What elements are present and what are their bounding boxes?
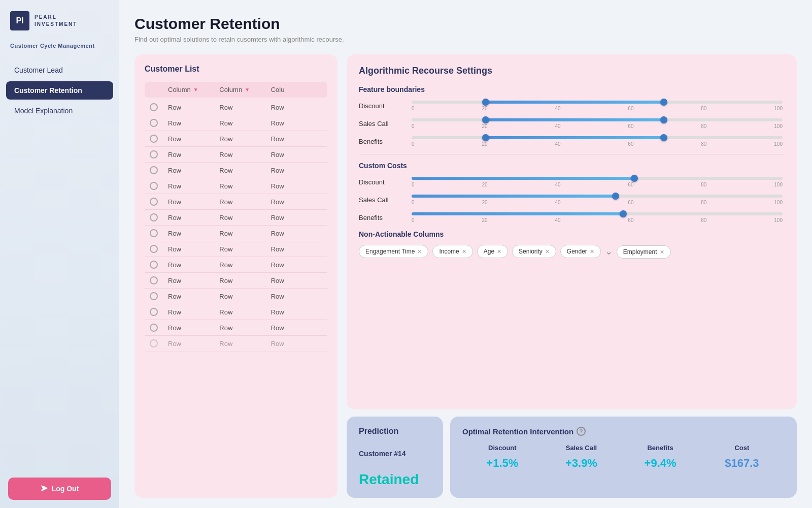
panels: Customer List Column ▼ Column ▼ Colu Row…: [134, 54, 797, 498]
table-row[interactable]: RowRowRow: [145, 131, 327, 147]
col-header-2[interactable]: Column ▼: [219, 86, 270, 93]
discount-boundary-label: Discount: [359, 102, 404, 110]
radio-button[interactable]: [150, 150, 158, 158]
radio-button[interactable]: [150, 198, 158, 206]
customer-list-panel: Customer List Column ▼ Column ▼ Colu Row…: [134, 54, 337, 498]
prediction-status: Retained: [359, 471, 431, 488]
page-subtitle: Find out optimal solutions to retain cus…: [134, 36, 797, 43]
radio-button[interactable]: [150, 292, 158, 300]
benefits-cost-slider-row: Benefits 020406080100: [359, 212, 785, 223]
salescall-boundary-slider[interactable]: 020406080100: [410, 118, 785, 129]
benefits-cost-label: Benefits: [359, 214, 404, 221]
intervention-val-discount: +1.5%: [463, 457, 542, 470]
col-header-1[interactable]: Column ▼: [168, 86, 219, 93]
info-icon[interactable]: ?: [577, 427, 586, 436]
intervention-card: Optimal Retention Intervention ? Discoun…: [450, 417, 797, 498]
table-header: Column ▼ Column ▼ Colu: [145, 82, 327, 98]
tags-container: Engagement Time ✕ Income ✕ Age ✕ Senio: [359, 244, 785, 259]
prediction-customer: Customer #14: [359, 450, 431, 458]
tag-seniority[interactable]: Seniority ✕: [512, 245, 556, 258]
radio-button[interactable]: [150, 119, 158, 127]
table-row[interactable]: RowRowRow: [145, 194, 327, 210]
remove-tag-seniority[interactable]: ✕: [545, 248, 550, 255]
intervention-col-cost: Cost: [700, 444, 784, 456]
salescall-cost-slider[interactable]: 020406080100: [410, 195, 785, 205]
logout-button[interactable]: ⮞ Log Out: [8, 478, 111, 500]
filter-icon-2[interactable]: ▼: [245, 87, 250, 92]
intervention-val-cost: $167.3: [700, 457, 784, 470]
radio-button[interactable]: [150, 182, 158, 190]
salescall-boundary-slider-row: Sales Call 020406080100: [359, 118, 785, 129]
table-row[interactable]: RowRowRow: [145, 226, 327, 241]
table-row[interactable]: RowRowRow: [145, 115, 327, 131]
page-title: Customer Retention: [134, 15, 797, 33]
prediction-row: Prediction Customer #14 Retained Optimal…: [347, 417, 797, 498]
table-row[interactable]: RowRowRow: [145, 100, 327, 115]
radio-button[interactable]: [150, 339, 158, 347]
sidebar-item-model-explanation[interactable]: Model Explanation: [6, 102, 113, 120]
radio-button[interactable]: [150, 245, 158, 253]
logo-text: PEARL INVESTMENT: [35, 14, 77, 28]
salescall-cost-slider-row: Sales Call 020406080100: [359, 195, 785, 205]
benefits-boundary-slider-row: Benefits 020406080100: [359, 136, 785, 147]
right-panel: Algorithmic Recourse Settings Feature bo…: [347, 54, 797, 498]
feature-boundaries-label: Feature boundaries: [359, 85, 785, 93]
sidebar-item-customer-lead[interactable]: Customer Lead: [6, 61, 113, 79]
benefits-boundary-label: Benefits: [359, 138, 404, 145]
remove-tag-engagement-time[interactable]: ✕: [417, 248, 422, 255]
radio-button[interactable]: [150, 166, 158, 174]
logout-icon: ⮞: [41, 485, 48, 493]
radio-button[interactable]: [150, 261, 158, 269]
sidebar-nav: Customer Lead Customer Retention Model E…: [0, 56, 119, 125]
tags-more-button[interactable]: ⌄: [605, 246, 613, 257]
radio-button[interactable]: [150, 276, 158, 284]
sidebar: PI PEARL INVESTMENT Customer Cycle Manag…: [0, 0, 119, 508]
discount-cost-slider[interactable]: 020406080100: [410, 177, 785, 187]
radio-button[interactable]: [150, 213, 158, 221]
table-row[interactable]: RowRowRow: [145, 257, 327, 273]
prediction-card: Prediction Customer #14 Retained: [347, 417, 443, 498]
table-row[interactable]: RowRowRow: [145, 336, 327, 352]
logo-icon: PI: [10, 11, 29, 30]
table-row[interactable]: RowRowRow: [145, 304, 327, 320]
tag-income[interactable]: Income ✕: [432, 245, 472, 258]
customer-list-title: Customer List: [145, 65, 327, 74]
settings-card: Algorithmic Recourse Settings Feature bo…: [347, 54, 797, 409]
filter-icon-1[interactable]: ▼: [193, 87, 198, 92]
custom-costs-label: Custom Costs: [359, 162, 785, 170]
salescall-cost-label: Sales Call: [359, 196, 404, 204]
discount-boundary-slider[interactable]: 020406080100: [410, 101, 785, 111]
radio-button[interactable]: [150, 135, 158, 143]
benefits-cost-slider[interactable]: 020406080100: [410, 212, 785, 223]
radio-button[interactable]: [150, 103, 158, 111]
tag-age[interactable]: Age ✕: [477, 245, 508, 258]
discount-cost-label: Discount: [359, 178, 404, 186]
non-actionable-section: Non-Actionable Columns Engagement Time ✕…: [359, 230, 785, 259]
table-row[interactable]: RowRowRow: [145, 163, 327, 178]
benefits-boundary-slider[interactable]: 020406080100: [410, 136, 785, 147]
table-row[interactable]: RowRowRow: [145, 147, 327, 163]
sidebar-item-customer-retention[interactable]: Customer Retention: [6, 81, 113, 100]
table-row[interactable]: RowRowRow: [145, 289, 327, 304]
remove-tag-gender[interactable]: ✕: [590, 248, 594, 255]
radio-button[interactable]: [150, 324, 158, 332]
table-row[interactable]: RowRowRow: [145, 178, 327, 194]
tag-employment[interactable]: Employment ✕: [617, 245, 671, 259]
radio-button[interactable]: [150, 308, 158, 316]
tag-gender[interactable]: Gender ✕: [560, 245, 601, 258]
tag-engagement-time[interactable]: Engagement Time ✕: [359, 245, 428, 258]
radio-button[interactable]: [150, 229, 158, 237]
salescall-boundary-label: Sales Call: [359, 120, 404, 128]
table-row[interactable]: RowRowRow: [145, 241, 327, 257]
remove-tag-age[interactable]: ✕: [497, 248, 501, 255]
remove-tag-employment[interactable]: ✕: [660, 249, 664, 256]
table-row[interactable]: RowRowRow: [145, 273, 327, 289]
intervention-col-salescall: Sales Call: [543, 444, 621, 456]
intervention-title: Optimal Retention Intervention ?: [462, 427, 785, 436]
settings-title: Algorithmic Recourse Settings: [359, 66, 785, 76]
main-content: Customer Retention Find out optimal solu…: [119, 0, 812, 508]
discount-cost-slider-row: Discount 020406080100: [359, 177, 785, 187]
remove-tag-income[interactable]: ✕: [462, 248, 466, 255]
table-row[interactable]: RowRowRow: [145, 320, 327, 336]
table-row[interactable]: RowRowRow: [145, 210, 327, 226]
